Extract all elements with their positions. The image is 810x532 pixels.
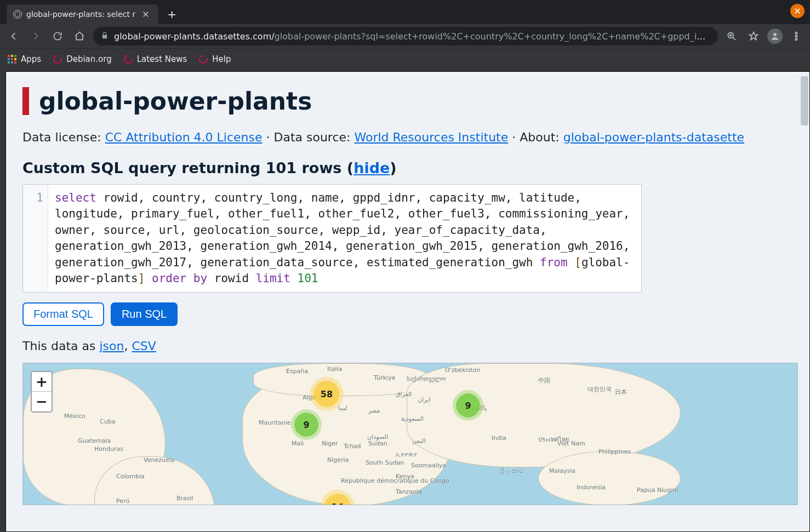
tab-strip: global-power-plants: select r ✕ +	[0, 0, 810, 24]
map-label: Papua Niugini	[637, 487, 678, 494]
zoom-icon[interactable]	[723, 28, 740, 44]
map-label: Malaysia	[549, 467, 575, 474]
tab-close-icon[interactable]: ✕	[140, 9, 151, 20]
map-label: ኢትዮጵያ	[396, 451, 417, 458]
swirl-icon	[197, 53, 209, 65]
license-label: Data license:	[22, 130, 105, 144]
lock-icon	[101, 32, 109, 41]
map-label: ශ්‍රී ලංකාව	[500, 467, 524, 474]
map-label: Niger	[322, 440, 338, 447]
browser-toolbar: global-power-plants.datasettes.com/globa…	[0, 24, 810, 48]
map-label: Guatemala	[78, 437, 111, 444]
map-label: O'zbekiston	[445, 367, 480, 374]
map-label: Tchad	[344, 443, 361, 450]
svg-point-2	[795, 32, 797, 34]
map-label: Việt Nam	[557, 440, 585, 447]
bookmarks-bar: Apps Debian.org Latest News Help	[0, 48, 810, 69]
page-viewport: global-power-plants Data license: CC Att…	[0, 69, 810, 532]
map-label: India	[492, 434, 506, 442]
map-label: العراق	[396, 391, 412, 398]
export-line: This data as json, CSV	[22, 339, 793, 353]
map-label: Mauritanie	[259, 419, 291, 426]
map-label: Mali	[292, 440, 304, 447]
url-path: global-power-plants?sql=select+rowid%2C+…	[275, 31, 710, 42]
map-cluster[interactable]: 58	[313, 381, 340, 407]
map-label: Colombia	[116, 473, 145, 480]
export-csv-link[interactable]: CSV	[132, 339, 156, 353]
map-label: Türkiye	[374, 374, 395, 381]
map-label: السودان	[367, 433, 388, 441]
landmass	[538, 451, 681, 505]
button-row: Format SQL Run SQL	[22, 302, 793, 326]
map-label: Tanzania	[396, 488, 422, 495]
map-label: Soomaaliya	[411, 462, 446, 469]
bookmark-debian[interactable]: Debian.org	[53, 54, 112, 64]
map-label: 대한민국	[587, 385, 612, 393]
svg-point-4	[795, 38, 797, 40]
format-sql-button[interactable]: Format SQL	[22, 302, 104, 326]
map-label: Indonesia	[577, 484, 606, 491]
bookmark-help[interactable]: Help	[199, 54, 231, 64]
map-label: 中国	[538, 376, 550, 385]
query-heading: Custom SQL query returning 101 rows (hid…	[22, 159, 793, 176]
export-json-link[interactable]: json	[99, 339, 124, 353]
swirl-icon	[52, 53, 64, 65]
cluster-map[interactable]: EspañaItaliaTürkiyeO'zbekiston中国ایرانMau…	[22, 363, 798, 505]
globe-icon	[13, 10, 22, 19]
map-label: السعودية	[401, 415, 424, 422]
reload-button[interactable]	[49, 28, 66, 44]
bookmark-label: Debian.org	[66, 54, 112, 64]
page-title: global-power-plants	[22, 87, 793, 115]
map-label: Brasil	[176, 495, 193, 502]
map-label: مصر	[368, 407, 380, 414]
map-label: საქართველო	[407, 375, 446, 382]
map-label: République démocratique du Congo	[341, 477, 449, 484]
map-label: Italia	[327, 365, 342, 373]
map-label: Philippines	[598, 448, 631, 455]
new-tab-button[interactable]: +	[164, 6, 180, 22]
about-label: About:	[520, 130, 563, 144]
map-label: اليمن	[412, 437, 425, 444]
profile-avatar[interactable]	[767, 28, 783, 44]
map-label: 日本	[615, 388, 627, 396]
svg-point-1	[773, 33, 777, 36]
hide-link[interactable]: hide	[353, 159, 390, 176]
bookmark-latest-news[interactable]: Latest News	[124, 54, 187, 64]
url-text: global-power-plants.datasettes.com/globa…	[114, 31, 710, 42]
window-close-button[interactable]: ✕	[790, 4, 805, 18]
source-label: Data source:	[273, 130, 354, 144]
license-link[interactable]: CC Attribution 4.0 License	[105, 130, 263, 144]
sql-editor[interactable]: 1 select rowid, country, country_long, n…	[22, 184, 642, 293]
map-label: España	[286, 368, 308, 375]
map-zoom-control: + −	[31, 371, 53, 413]
bookmark-label: Help	[212, 54, 231, 64]
kebab-menu-icon[interactable]	[788, 28, 805, 44]
forward-button[interactable]	[27, 28, 44, 44]
address-bar[interactable]: global-power-plants.datasettes.com/globa…	[93, 27, 718, 45]
metadata-line: Data license: CC Attribution 4.0 License…	[22, 130, 793, 144]
zoom-in-button[interactable]: +	[32, 372, 52, 392]
sql-code[interactable]: select rowid, country, country_long, nam…	[48, 185, 641, 292]
home-button[interactable]	[71, 28, 88, 44]
map-label: Nigeria	[327, 456, 349, 464]
apps-label: Apps	[21, 54, 41, 64]
source-link[interactable]: World Resources Institute	[354, 130, 508, 144]
map-label: ایران	[418, 396, 430, 403]
url-host: global-power-plants.datasettes.com/	[114, 31, 275, 42]
map-label: Sudan	[368, 440, 387, 447]
map-label: Venezuela	[144, 456, 175, 464]
back-button[interactable]	[5, 28, 22, 44]
run-sql-button[interactable]: Run SQL	[111, 302, 178, 326]
about-link[interactable]: global-power-plants-datasette	[563, 130, 744, 144]
tab-active[interactable]: global-power-plants: select r ✕	[7, 4, 158, 24]
vertical-scrollbar[interactable]	[801, 76, 808, 125]
zoom-out-button[interactable]: −	[32, 392, 52, 411]
apps-grid-icon	[8, 55, 16, 64]
bookmark-star-icon[interactable]	[745, 28, 762, 44]
apps-shortcut[interactable]: Apps	[8, 54, 41, 64]
line-gutter: 1	[23, 185, 48, 292]
svg-point-3	[795, 35, 797, 37]
map-label: México	[64, 413, 85, 420]
map-label: South Sudan	[366, 459, 404, 466]
map-label: Honduras	[94, 445, 123, 453]
